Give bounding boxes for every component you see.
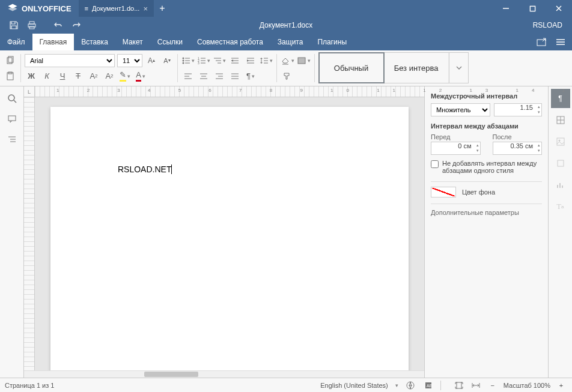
svg-point-17 <box>182 59 184 61</box>
menu-home[interactable]: Главная <box>32 34 75 50</box>
line-spacing-value-input[interactable]: 1.15 <box>494 103 542 116</box>
line-spacing-heading: Междустрочный интервал <box>431 92 542 100</box>
zoom-label[interactable]: Масштаб 100% <box>504 382 550 389</box>
after-spacing-input[interactable]: 0.35 см <box>493 142 543 155</box>
open-location-icon[interactable] <box>534 35 549 49</box>
align-right-button[interactable] <box>213 70 226 83</box>
redo-button[interactable] <box>67 18 85 32</box>
ruler-horizontal[interactable]: 1 2 3 4 5 6 7 8 9 10 11 12 13 14 15 16 1… <box>35 86 424 97</box>
numbering-button[interactable]: 123▾ <box>197 54 210 67</box>
shading-button[interactable]: ▾ <box>297 54 311 67</box>
document-canvas[interactable]: RSLOAD.NET <box>35 97 424 370</box>
italic-button[interactable]: К <box>40 70 53 83</box>
comments-icon[interactable] <box>4 110 20 127</box>
document-tab-title: Документ1.do... <box>92 5 139 12</box>
svg-point-15 <box>182 57 184 59</box>
advanced-link[interactable]: Дополнительные параметры <box>431 209 542 216</box>
tab-close-icon[interactable]: × <box>143 4 148 13</box>
menu-layout[interactable]: Макет <box>115 34 150 50</box>
svg-text:ABC: ABC <box>427 384 433 388</box>
zoom-out-button[interactable]: − <box>487 379 499 391</box>
para-spacing-heading: Интервал между абзацами <box>431 122 542 130</box>
new-tab-button[interactable]: + <box>154 0 171 17</box>
nonprinting-button[interactable]: ¶▾ <box>244 70 257 83</box>
svg-point-54 <box>8 95 14 101</box>
image-tab-icon[interactable] <box>551 132 570 151</box>
font-color-button[interactable]: A▾ <box>134 70 147 83</box>
bg-color-swatch[interactable] <box>431 187 456 198</box>
increase-indent-button[interactable] <box>244 54 257 67</box>
svg-rect-65 <box>558 160 564 166</box>
window-minimize-button[interactable] <box>493 0 519 17</box>
paste-button[interactable] <box>4 70 17 83</box>
fit-page-icon[interactable] <box>453 379 465 391</box>
increase-font-button[interactable]: A▴ <box>145 54 158 67</box>
svg-rect-1 <box>530 6 535 11</box>
spellcheck-icon[interactable] <box>404 379 416 391</box>
language-selector[interactable]: English (United States) <box>320 382 388 389</box>
style-normal[interactable]: Обычный <box>319 53 384 83</box>
doc-icon: ≡ <box>85 5 88 12</box>
menu-plugins[interactable]: Плагины <box>310 34 354 50</box>
chart-tab-icon[interactable] <box>551 175 570 194</box>
scrollbar-horizontal[interactable] <box>24 370 424 378</box>
scrollbar-thumb[interactable] <box>144 372 198 377</box>
menu-file[interactable]: Файл <box>0 34 32 50</box>
align-justify-button[interactable] <box>228 70 242 83</box>
underline-button[interactable]: Ч <box>56 70 69 83</box>
undo-button[interactable] <box>49 18 67 32</box>
ruler-vertical[interactable] <box>24 97 35 370</box>
menu-insert[interactable]: Вставка <box>74 34 115 50</box>
bullets-button[interactable]: ▾ <box>181 54 195 67</box>
fit-width-icon[interactable] <box>470 379 482 391</box>
copy-button[interactable] <box>4 54 17 67</box>
style-no-spacing[interactable]: Без интерва <box>384 53 449 83</box>
same-style-checkbox[interactable] <box>431 160 439 168</box>
zoom-in-button[interactable]: + <box>555 379 567 391</box>
print-button[interactable] <box>23 18 41 32</box>
font-size-select[interactable]: 11 <box>117 54 142 67</box>
decrease-indent-button[interactable] <box>228 54 242 67</box>
tracking-icon[interactable]: ABC <box>422 379 434 391</box>
menu-references[interactable]: Ссылки <box>150 34 190 50</box>
line-spacing-mode-select[interactable]: Множитель <box>431 103 490 116</box>
search-icon[interactable] <box>4 90 20 107</box>
before-spacing-input[interactable]: 0 см <box>431 142 481 155</box>
decrease-font-button[interactable]: A▾ <box>160 54 174 67</box>
view-settings-icon[interactable] <box>553 35 568 49</box>
font-name-select[interactable]: Arial <box>25 54 115 67</box>
subscript-button[interactable]: A2 <box>103 70 116 83</box>
textart-tab-icon[interactable]: Ta <box>551 197 570 216</box>
page-info[interactable]: Страница 1 из 1 <box>5 382 54 389</box>
strikethrough-button[interactable]: Т <box>72 70 85 83</box>
onlyoffice-icon <box>7 3 18 14</box>
styles-expand-button[interactable] <box>449 53 468 83</box>
clear-style-button[interactable]: ▾ <box>281 54 294 67</box>
align-left-button[interactable] <box>181 70 195 83</box>
copy-style-button[interactable] <box>281 70 294 83</box>
headings-icon[interactable] <box>4 131 20 148</box>
menu-protection[interactable]: Защита <box>270 34 311 50</box>
svg-line-55 <box>14 100 16 103</box>
menu-collaboration[interactable]: Совместная работа <box>190 34 270 50</box>
document-page[interactable]: RSLOAD.NET <box>50 107 409 370</box>
multilevel-button[interactable]: ▾ <box>213 54 226 67</box>
svg-rect-56 <box>8 116 16 121</box>
align-center-button[interactable] <box>197 70 210 83</box>
ruler-corner: L <box>24 86 35 97</box>
table-tab-icon[interactable] <box>551 110 570 130</box>
save-button[interactable] <box>5 18 23 32</box>
document-tab[interactable]: ≡ Документ1.do... × <box>79 0 154 17</box>
styles-gallery[interactable]: Обычный Без интерва <box>318 52 469 83</box>
line-spacing-button[interactable]: ▾ <box>260 54 273 67</box>
highlight-button[interactable]: ✎▾ <box>118 70 132 83</box>
superscript-button[interactable]: A2 <box>87 70 100 83</box>
app-logo: ONLYOFFICE <box>0 3 79 14</box>
window-close-button[interactable] <box>546 0 572 17</box>
svg-text:3: 3 <box>198 61 199 64</box>
window-maximize-button[interactable] <box>519 0 546 17</box>
brand-text: ONLYOFFICE <box>22 4 72 13</box>
shape-tab-icon[interactable] <box>551 154 570 173</box>
user-name[interactable]: RSLOAD <box>528 21 567 29</box>
bold-button[interactable]: Ж <box>25 70 38 83</box>
